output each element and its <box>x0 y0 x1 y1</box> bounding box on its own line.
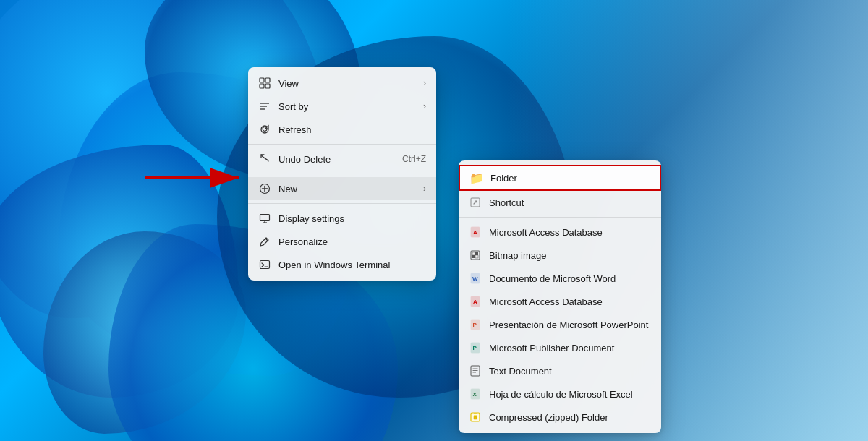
zip-label: Compressed (zipped) Folder <box>489 412 651 423</box>
folder-icon: 📁 <box>470 171 483 184</box>
menu-item-undo-delete[interactable]: Undo Delete Ctrl+Z <box>248 147 436 171</box>
bitmap-label: Bitmap image <box>489 250 651 261</box>
access-db2-icon: A <box>469 295 482 308</box>
word-doc-label: Documento de Microsoft Word <box>489 273 651 284</box>
submenu-item-shortcut[interactable]: Shortcut <box>459 191 661 214</box>
svg-rect-5 <box>265 84 270 88</box>
refresh-icon <box>258 123 271 136</box>
menu-divider-3 <box>248 203 436 204</box>
svg-rect-41 <box>474 416 477 419</box>
publisher-icon: P <box>469 341 482 354</box>
svg-rect-4 <box>260 84 264 88</box>
shortcut-label: Shortcut <box>489 197 651 208</box>
bitmap-icon <box>469 249 482 262</box>
shortcut-icon <box>469 196 482 209</box>
menu-item-view[interactable]: View › <box>248 72 436 95</box>
context-menu: View › Sort by › Refresh Undo <box>248 67 436 281</box>
access-db-icon: A <box>469 226 482 239</box>
submenu-item-zip[interactable]: Compressed (zipped) Folder <box>459 406 661 429</box>
powerpoint-label: Presentación de Microsoft PowerPoint <box>489 320 651 330</box>
submenu-item-word-doc[interactable]: W Documento de Microsoft Word <box>459 267 661 290</box>
submenu-item-text-doc[interactable]: Text Document <box>459 359 661 382</box>
view-label: View <box>278 78 416 89</box>
menu-divider-1 <box>248 144 436 145</box>
folder-label: Folder <box>490 173 650 184</box>
svg-text:A: A <box>473 229 477 236</box>
word-icon: W <box>469 272 482 285</box>
undo-delete-label: Undo Delete <box>278 154 395 165</box>
sort-arrow: › <box>423 101 426 111</box>
svg-rect-22 <box>472 252 475 255</box>
zip-icon <box>469 411 482 424</box>
menu-item-sort-by[interactable]: Sort by › <box>248 95 436 118</box>
sort-icon <box>258 100 271 113</box>
sub-divider-1 <box>459 217 661 218</box>
new-arrow: › <box>423 184 426 194</box>
undo-delete-shortcut: Ctrl+Z <box>402 154 426 164</box>
menu-divider-2 <box>248 174 436 174</box>
svg-rect-3 <box>265 78 270 82</box>
open-terminal-label: Open in Windows Terminal <box>278 260 426 270</box>
svg-rect-34 <box>471 366 480 376</box>
terminal-icon <box>258 258 271 271</box>
menu-item-personalize[interactable]: Personalize <box>248 230 436 253</box>
submenu-item-access-db2[interactable]: A Microsoft Access Database <box>459 290 661 313</box>
red-arrow-indicator <box>141 163 250 192</box>
menu-item-display-settings[interactable]: Display settings <box>248 207 436 230</box>
svg-text:X: X <box>473 391 477 398</box>
svg-text:P: P <box>473 322 477 328</box>
excel-label: Hoja de cálculo de Microsoft Excel <box>489 389 651 400</box>
personalize-label: Personalize <box>278 236 426 247</box>
refresh-label: Refresh <box>278 124 426 135</box>
submenu-item-folder[interactable]: 📁 Folder <box>459 165 661 191</box>
new-label: New <box>278 184 416 194</box>
submenu-item-bitmap[interactable]: Bitmap image <box>459 244 661 267</box>
powerpoint-icon: P <box>469 318 482 331</box>
svg-rect-24 <box>472 255 475 258</box>
svg-rect-23 <box>475 252 478 255</box>
submenu-item-excel[interactable]: X Hoja de cálculo de Microsoft Excel <box>459 382 661 406</box>
svg-text:W: W <box>472 275 478 282</box>
svg-rect-25 <box>475 255 478 258</box>
svg-text:P: P <box>473 345 477 351</box>
personalize-icon <box>258 235 271 248</box>
svg-rect-2 <box>260 78 264 82</box>
display-icon <box>258 212 271 225</box>
svg-rect-16 <box>260 261 270 269</box>
access-db-label: Microsoft Access Database <box>489 227 651 238</box>
menu-item-new[interactable]: New › <box>248 177 436 200</box>
publisher-label: Microsoft Publisher Document <box>489 343 651 354</box>
menu-item-refresh[interactable]: Refresh <box>248 118 436 141</box>
submenu-item-powerpoint[interactable]: P Presentación de Microsoft PowerPoint <box>459 313 661 336</box>
text-doc-label: Text Document <box>489 366 651 377</box>
view-arrow: › <box>423 78 426 88</box>
sort-by-label: Sort by <box>278 101 416 112</box>
new-icon <box>258 182 271 195</box>
display-settings-label: Display settings <box>278 213 426 224</box>
access-db2-label: Microsoft Access Database <box>489 296 651 307</box>
excel-icon: X <box>469 388 482 401</box>
submenu-item-access-db[interactable]: A Microsoft Access Database <box>459 220 661 244</box>
text-doc-icon <box>469 364 482 377</box>
new-submenu: 📁 Folder Shortcut A Microsoft Access Dat… <box>459 160 661 433</box>
svg-rect-12 <box>260 215 270 221</box>
svg-text:A: A <box>473 299 477 305</box>
menu-item-open-terminal[interactable]: Open in Windows Terminal <box>248 253 436 276</box>
submenu-item-publisher[interactable]: P Microsoft Publisher Document <box>459 336 661 359</box>
undo-icon <box>258 153 271 166</box>
view-icon <box>258 77 271 90</box>
